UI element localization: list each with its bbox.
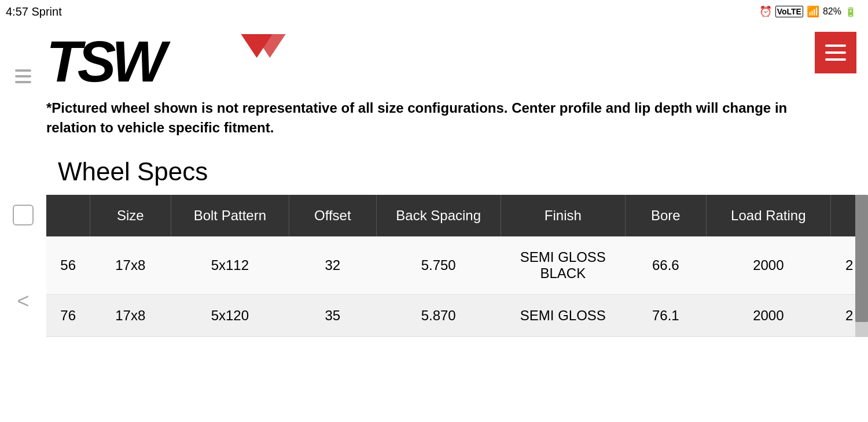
sidebar-lines bbox=[15, 69, 31, 83]
main-content: < TSW *Pictured wheel shown is not repre… bbox=[0, 23, 868, 337]
hamburger-line bbox=[825, 51, 846, 54]
volte-icon: VoLTE bbox=[775, 6, 803, 17]
status-time: 4:57 Sprint bbox=[6, 5, 62, 18]
alarm-icon: ⏰ bbox=[759, 5, 772, 18]
cell-bore: 76.1 bbox=[625, 295, 706, 337]
col-header-bore: Bore bbox=[625, 195, 706, 236]
cell-load-rating: 2000 bbox=[706, 295, 830, 337]
signal-icon: 📶 bbox=[807, 5, 819, 18]
scrollbar-track[interactable] bbox=[855, 195, 868, 337]
status-icons: ⏰ VoLTE 📶 82% 🔋 bbox=[759, 5, 856, 18]
hamburger-line bbox=[825, 45, 846, 47]
back-chevron-icon[interactable]: < bbox=[17, 289, 29, 313]
battery-indicator: 82% bbox=[823, 6, 841, 17]
cell-bore: 66.6 bbox=[625, 236, 706, 295]
cell-load-rating: 2000 bbox=[706, 236, 830, 295]
sidebar-circle-icon bbox=[13, 205, 34, 225]
sidebar-line bbox=[15, 75, 31, 77]
sidebar-line bbox=[15, 69, 31, 72]
sidebar-line bbox=[15, 81, 31, 83]
cell-offset: 32 bbox=[289, 236, 377, 295]
cell-back-spacing: 5.870 bbox=[376, 295, 501, 337]
col-header-offset: Offset bbox=[289, 195, 377, 236]
cell-finish: SEMI GLOSS BLACK bbox=[501, 236, 625, 295]
cell-size: 17x8 bbox=[90, 236, 171, 295]
wheel-specs-table: Size Bolt Pattern Offset Back Spacing Fi… bbox=[46, 195, 868, 337]
table-row: 5617x85x112325.750SEMI GLOSS BLACK66.620… bbox=[46, 236, 868, 295]
hamburger-line bbox=[825, 58, 846, 61]
cell-bolt-pattern: 5x120 bbox=[171, 295, 289, 337]
cell-offset: 35 bbox=[289, 295, 377, 337]
col-header-num bbox=[46, 195, 90, 236]
header: TSW bbox=[0, 23, 868, 92]
col-header-back-spacing: Back Spacing bbox=[376, 195, 501, 236]
col-header-finish: Finish bbox=[501, 195, 625, 236]
col-header-size: Size bbox=[90, 195, 171, 236]
cell-back-spacing: 5.750 bbox=[376, 236, 501, 295]
cell-num: 76 bbox=[46, 295, 90, 337]
scrollbar-thumb[interactable] bbox=[855, 195, 868, 322]
table-row: 7617x85x120355.870SEMI GLOSS76.120002 bbox=[46, 295, 868, 337]
logo-container: TSW bbox=[46, 29, 299, 87]
col-header-load-rating: Load Rating bbox=[706, 195, 830, 236]
col-header-bolt-pattern: Bolt Pattern bbox=[171, 195, 289, 236]
svg-text:TSW: TSW bbox=[46, 29, 171, 87]
status-bar: 4:57 Sprint ⏰ VoLTE 📶 82% 🔋 bbox=[0, 0, 868, 23]
left-sidebar: < bbox=[0, 23, 46, 337]
cell-finish: SEMI GLOSS bbox=[501, 295, 625, 337]
battery-icon: 🔋 bbox=[845, 6, 856, 17]
cell-bolt-pattern: 5x112 bbox=[171, 236, 289, 295]
cell-num: 56 bbox=[46, 236, 90, 295]
wheel-specs-heading: Wheel Specs bbox=[0, 149, 868, 195]
wheel-specs-table-container: Size Bolt Pattern Offset Back Spacing Fi… bbox=[46, 195, 868, 337]
hamburger-menu-button[interactable] bbox=[815, 32, 856, 73]
table-header-row: Size Bolt Pattern Offset Back Spacing Fi… bbox=[46, 195, 868, 236]
cell-size: 17x8 bbox=[90, 295, 171, 337]
disclaimer-text: *Pictured wheel shown is not representat… bbox=[0, 92, 839, 149]
tsw-logo: TSW bbox=[46, 29, 299, 87]
